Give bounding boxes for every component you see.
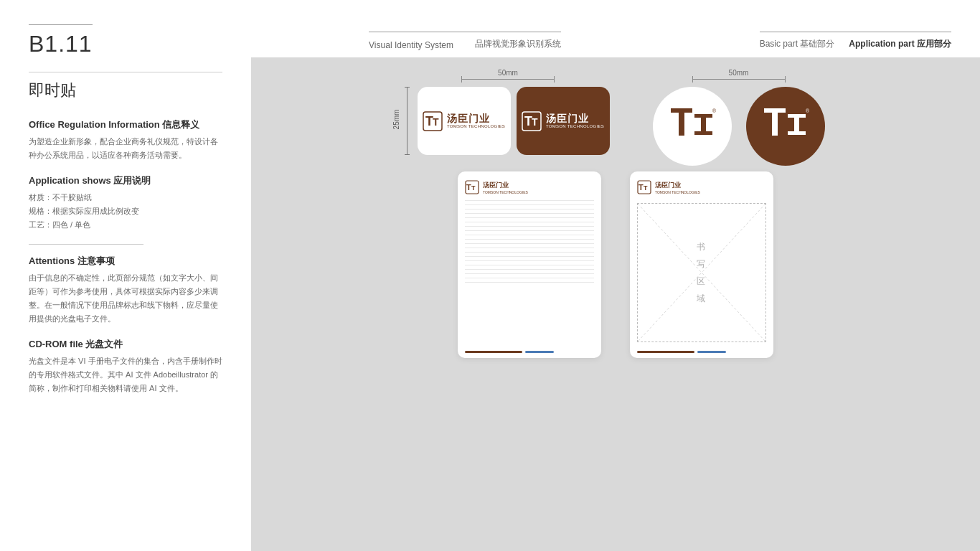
header-right: Basic part 基础部分 Application part 应用部分 xyxy=(650,32,951,57)
logo-brown: T T 汤臣门业 TOMSON TECHNOLOGIES xyxy=(522,111,604,131)
sticker-group-2: 50mm xyxy=(653,79,825,166)
circle-sticker-row: ® ® xyxy=(653,87,825,166)
tt-symbol-brown: T T xyxy=(522,111,542,131)
notepad1-cn: 汤臣门业 xyxy=(483,181,528,190)
footer-bar-brown-1 xyxy=(465,351,522,353)
notepad1-lines xyxy=(465,200,594,345)
section1-heading: Office Regulation Information 信息释义 xyxy=(29,118,222,131)
line-14 xyxy=(465,256,594,257)
section-cdrom: CD-ROM file 光盘文件 光盘文件是本 VI 手册电子文件的集合，内含手… xyxy=(29,338,222,395)
line-9 xyxy=(465,235,594,235)
svg-rect-16 xyxy=(788,131,806,135)
svg-rect-10 xyxy=(694,131,712,135)
line-16 xyxy=(465,265,594,265)
logo-en-white: TOMSON TECHNOLOGIES xyxy=(447,124,505,129)
measure-v-line xyxy=(407,87,407,155)
section4-heading: CD-ROM file 光盘文件 xyxy=(29,338,222,351)
svg-rect-15 xyxy=(794,118,799,133)
notepad1-header: T T 汤臣门业 TOMSON TECHNOLOGIES xyxy=(465,180,594,194)
footer-bar-brown-2 xyxy=(637,351,694,353)
line-1 xyxy=(465,200,594,201)
notepad-lined: T T 汤臣门业 TOMSON TECHNOLOGIES xyxy=(458,171,601,358)
svg-rect-14 xyxy=(788,114,806,118)
measure-50mm-line-1: 50mm xyxy=(461,79,555,80)
section-attentions: Attentions 注意事项 由于信息的不确定性，此页部分规范（如文字大小、间… xyxy=(29,255,222,325)
tt-symbol-circle-brown: ® xyxy=(760,101,811,151)
page-header: B1.11 Visual Identity System 品牌视觉形象识别系统 … xyxy=(0,0,980,57)
section3-heading: Attentions 注意事项 xyxy=(29,255,222,268)
section1-text: 为塑造企业新形象，配合企业商务礼仪规范，特设计各种办公系统用品，以适应各种商务活… xyxy=(29,135,222,161)
logo-text-brown: 汤臣门业 TOMSON TECHNOLOGIES xyxy=(546,113,604,129)
vis-system-label: Visual Identity System xyxy=(369,40,453,50)
svg-text:T: T xyxy=(433,116,439,128)
line-2 xyxy=(465,204,594,205)
footer-bar-blue-1 xyxy=(525,351,554,353)
svg-text:T: T xyxy=(532,116,538,128)
logo-cn-white: 汤臣门业 xyxy=(447,113,505,124)
logo-text-white: 汤臣门业 TOMSON TECHNOLOGIES xyxy=(447,113,505,129)
svg-rect-6 xyxy=(671,108,692,113)
line-3 xyxy=(465,209,594,209)
header-center-inner: Visual Identity System 品牌视觉形象识别系统 xyxy=(369,32,561,50)
line-6 xyxy=(465,222,594,222)
notepad2-header: T T 汤臣门业 TOMSON TECHNOLOGIES xyxy=(637,180,766,194)
section2-text2: 规格：根据实际应用成比例改变 xyxy=(29,204,222,218)
line-8 xyxy=(465,230,594,231)
write-area-label: 书 写 区 域 xyxy=(697,238,707,307)
svg-text:T: T xyxy=(466,183,471,192)
page-number: B1.11 xyxy=(29,24,93,57)
line-12 xyxy=(465,248,594,248)
logo-white: T T 汤臣门业 TOMSON TECHNOLOGIES xyxy=(423,111,505,131)
right-panel: 50mm 25mm T xyxy=(251,57,980,551)
section-app-shows: Application shows 应用说明 材质：不干胶贴纸 规格：根据实际应… xyxy=(29,174,222,231)
line-11 xyxy=(465,243,594,244)
section-office-regulation: Office Regulation Information 信息释义 为塑造企业… xyxy=(29,118,222,161)
line-5 xyxy=(465,217,594,218)
notepad2-logo-text: 汤臣门业 TOMSON TECHNOLOGIES xyxy=(655,181,700,194)
measure-50mm-label-2: 50mm xyxy=(729,69,749,77)
line-10 xyxy=(465,239,594,240)
notepad2-write-area: 书 写 区 域 xyxy=(637,203,766,342)
measure-v-label: 25mm xyxy=(392,110,400,130)
section-divider xyxy=(29,244,143,245)
notepad2-footer xyxy=(637,348,766,358)
sticker-circle-white: ® xyxy=(653,87,732,166)
line-20 xyxy=(465,282,594,283)
sticker-circle-brown: ® xyxy=(746,87,825,166)
main-content: 即时贴 Office Regulation Information 信息释义 为… xyxy=(0,57,980,551)
footer-bar-blue-2 xyxy=(697,351,726,353)
logo-cn-brown: 汤臣门业 xyxy=(546,113,604,124)
tt-symbol-circle-white: ® xyxy=(667,101,717,151)
header-center: Visual Identity System 品牌视觉形象识别系统 xyxy=(280,32,650,57)
app-part-label: Application part 应用部分 xyxy=(849,38,951,50)
line-4 xyxy=(465,213,594,214)
line-17 xyxy=(465,269,594,270)
notepad1-en: TOMSON TECHNOLOGIES xyxy=(483,190,528,194)
svg-rect-12 xyxy=(764,108,786,113)
svg-rect-8 xyxy=(694,114,712,118)
sticker-group-1: 50mm 25mm T xyxy=(407,79,610,166)
notepad2-cn: 汤臣门业 xyxy=(655,181,700,190)
svg-rect-7 xyxy=(679,113,684,136)
vis-system-cn-label: 品牌视觉形象识别系统 xyxy=(475,38,561,50)
logo-en-brown: TOMSON TECHNOLOGIES xyxy=(546,124,604,129)
basic-part-label: Basic part 基础部分 xyxy=(760,38,835,50)
notepad1-logo-text: 汤臣门业 TOMSON TECHNOLOGIES xyxy=(483,181,528,194)
left-panel: 即时贴 Office Regulation Information 信息释义 为… xyxy=(0,57,251,551)
sticker-dim-row: 25mm T T 汤臣门业 TOMSON TECHNOL xyxy=(407,87,610,155)
section2-text1: 材质：不干胶贴纸 xyxy=(29,191,222,204)
header-right-inner: Basic part 基础部分 Application part 应用部分 xyxy=(760,32,951,50)
notepad2-logo-symbol: T T xyxy=(637,180,651,194)
line-19 xyxy=(465,278,594,278)
sticker-white: T T 汤臣门业 TOMSON TECHNOLOGIES xyxy=(418,87,511,155)
notepad2-en: TOMSON TECHNOLOGIES xyxy=(655,190,700,194)
header-left: B1.11 xyxy=(29,24,280,57)
svg-text:T: T xyxy=(471,184,476,192)
svg-text:T: T xyxy=(644,184,648,192)
line-18 xyxy=(465,273,594,274)
svg-text:®: ® xyxy=(806,108,810,113)
notepads-row: T T 汤臣门业 TOMSON TECHNOLOGIES xyxy=(280,171,951,358)
notepad1-logo-symbol: T T xyxy=(465,180,479,194)
notepad1-footer xyxy=(465,348,594,358)
main-section-title: 即时贴 xyxy=(29,72,222,101)
